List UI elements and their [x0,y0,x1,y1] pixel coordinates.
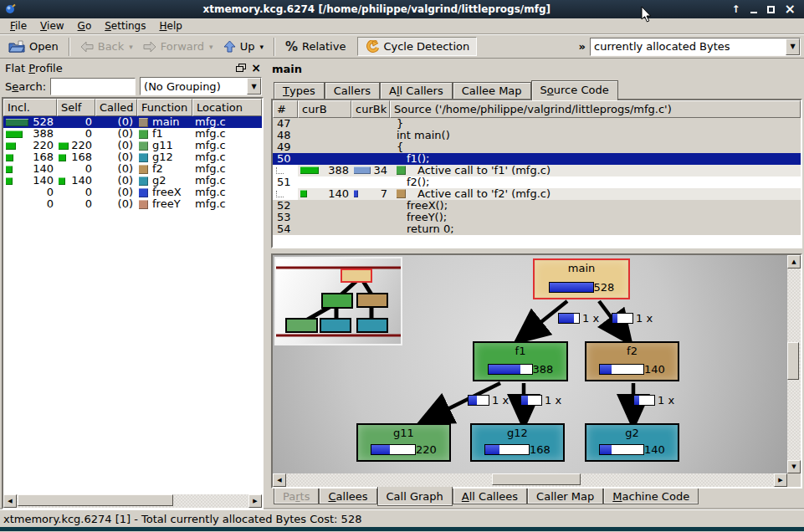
tab-source-code[interactable]: Source Code [531,80,618,100]
open-folder-icon [8,40,25,54]
graph-vscrollbar[interactable]: ▲ ▼ [787,255,801,473]
graph-node-g2[interactable]: g2 140 [585,423,679,462]
graph-node-g12[interactable]: g12 168 [470,423,565,462]
scroll-right-icon[interactable]: ▶ [774,473,787,487]
app-icon[interactable] [5,3,17,15]
graph-node-f2[interactable]: f2 140 [585,341,679,381]
source-line[interactable]: 53 freeY(); [273,212,801,223]
source-call-line[interactable]: 140 7 Active call to 'f2' (mfg.c) [273,188,801,200]
edge-label-f1-g11: 1 x [468,394,509,407]
graph-birdseye-view[interactable] [274,257,402,345]
graph-node-g11[interactable]: g11 220 [356,423,451,462]
tab-all-callees[interactable]: All Callees [453,489,527,504]
source-line[interactable]: 48 int main() [273,130,801,141]
scroll-left-icon[interactable]: ◀ [273,473,286,487]
table-row[interactable]: 388 0 (0) f1 mfg.c [3,128,262,140]
scroll-down-icon[interactable]: ▼ [787,460,801,473]
graph-hscrollbar[interactable]: ◀ ▶ [273,473,787,487]
tab-call-graph[interactable]: Call Graph [377,487,453,506]
edge-label-main-f1: 1 x [558,312,599,325]
tab-callers[interactable]: Callers [325,82,380,99]
column-incl[interactable]: Incl. [3,99,57,116]
menu-help[interactable]: Help [152,19,188,33]
column-curBk[interactable]: curBk [351,100,390,118]
graph-node-f1[interactable]: f1 388 [473,341,568,381]
tab-all-callers[interactable]: All Callers [380,82,453,99]
menu-go[interactable]: Go [71,19,99,33]
table-row[interactable]: 168 168 (0) g12 mfg.c [3,151,262,163]
chevron-down-icon[interactable]: ▼ [247,78,261,95]
menu-settings[interactable]: Settings [98,19,152,33]
up-button[interactable]: Up▾ [218,38,269,54]
minimize-icon[interactable] [750,6,757,13]
flat-profile-table: Incl. Self Called Function Location 528 … [2,97,264,509]
float-icon[interactable] [236,64,246,73]
percent-icon: % [285,39,298,54]
table-row[interactable]: 140 0 (0) f2 mfg.c [3,163,262,175]
tab-callee-map[interactable]: Callee Map [453,82,531,99]
cost-bar [6,130,23,138]
back-button[interactable]: Back▾ [75,38,138,54]
back-dropdown-icon[interactable]: ▾ [129,43,133,51]
table-row[interactable]: 0 0 (0) freeX mfg.c [3,187,262,198]
up-dropdown-icon[interactable]: ▾ [259,43,264,51]
menu-view[interactable]: View [33,19,70,33]
tab-callees[interactable]: Callees [319,489,376,504]
maximize-icon[interactable] [767,6,775,13]
table-header: Incl. Self Called Function Location [3,99,262,116]
column-function[interactable]: Function [137,99,192,116]
cost-bar [549,282,594,293]
source-line[interactable]: 47 } [273,118,801,130]
cycle-detection-button[interactable]: Cycle Detection [357,37,477,56]
source-line[interactable]: 52 freeX(); [273,200,801,212]
function-color-icon [397,166,406,175]
forward-button[interactable]: Forward▾ [138,38,218,54]
scroll-thumb[interactable] [18,494,173,506]
tab-parts[interactable]: Parts [274,489,319,504]
toolbar-overflow-icon[interactable]: » [575,40,590,53]
menu-file[interactable]: File [3,19,33,33]
relative-toggle-button[interactable]: % Relative [280,38,351,56]
scroll-thumb[interactable] [492,473,581,485]
close-dock-icon[interactable]: × [251,64,261,72]
scroll-left-icon[interactable]: ◀ [3,494,17,508]
open-button[interactable]: Open [3,38,64,55]
column-curB[interactable]: curB [298,100,351,118]
function-detail-panel: main Types Callers All Callers Callee Ma… [268,59,804,509]
tab-types[interactable]: Types [274,82,325,99]
scroll-up-icon[interactable]: ▲ [787,255,801,269]
source-line[interactable]: 54 return 0; [273,223,801,235]
event-type-select[interactable]: currently allocated Bytes ▼ [590,38,801,56]
column-called[interactable]: Called [95,99,137,116]
source-line[interactable]: 51 f2(); [273,176,801,188]
table-row[interactable]: 528 0 (0) main mfg.c [3,116,262,128]
forward-dropdown-icon[interactable]: ▾ [209,43,213,51]
flat-profile-hscrollbar[interactable]: ◀ ▶ [3,494,262,508]
call-graph-canvas[interactable]: main 528 f1 388 f2 140 g11 220 [273,255,787,473]
source-call-line[interactable]: 388 34 Active call to 'f1' (mfg.c) [273,165,801,176]
search-input[interactable] [50,78,136,95]
graph-node-main[interactable]: main 528 [533,258,630,299]
function-color-icon [397,189,406,198]
column-line-number[interactable]: # [273,100,298,118]
cost-bar [484,444,530,455]
column-location[interactable]: Location [192,99,262,116]
tab-caller-map[interactable]: Caller Map [527,489,603,504]
column-self[interactable]: Self [57,99,95,116]
table-row[interactable]: 220 220 (0) g11 mfg.c [3,140,262,151]
close-icon[interactable]: × [785,4,796,14]
scroll-right-icon[interactable]: ▶ [248,494,262,508]
table-row[interactable]: 140 140 (0) g2 mfg.c [3,175,262,187]
scroll-thumb[interactable] [787,342,799,380]
search-label: Search: [5,80,46,93]
cost-bar [300,166,319,174]
tab-machine-code[interactable]: Machine Code [603,489,699,504]
table-row[interactable]: 0 0 (0) freeY mfg.c [3,198,262,210]
column-source[interactable]: Source ('/home/philippe/valgrind/littlep… [390,100,801,118]
call-graph-panel: main 528 f1 388 f2 140 g11 220 [271,253,802,489]
source-line-selected[interactable]: 50 f1(); [273,153,801,165]
grouping-select[interactable]: (No Grouping) ▼ [140,77,262,95]
chevron-down-icon[interactable]: ▼ [786,38,800,55]
shade-icon[interactable]: ↑ [732,4,740,14]
source-line[interactable]: 49 { [273,141,801,153]
